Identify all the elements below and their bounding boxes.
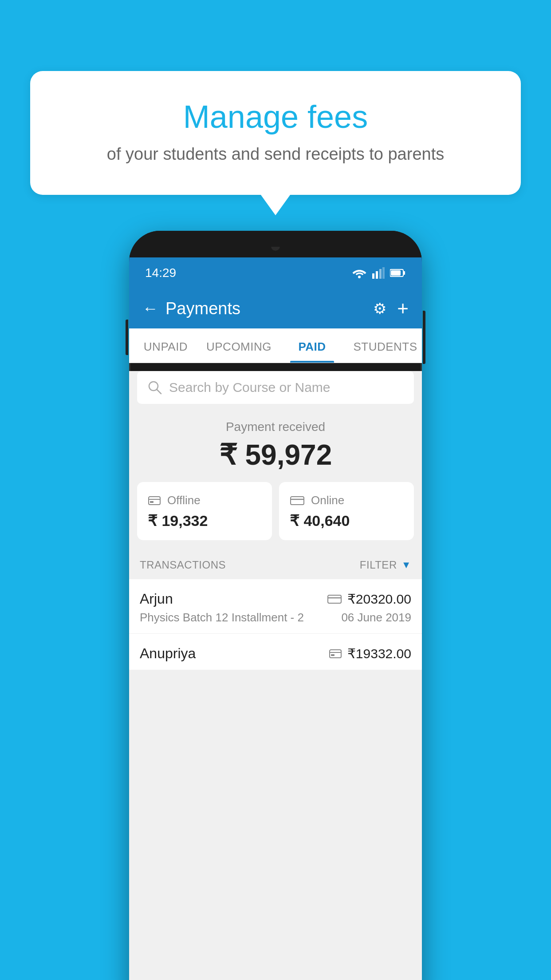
status-bar: 14:29 <box>129 257 422 288</box>
phone-top-area <box>129 231 422 257</box>
svg-line-9 <box>157 390 161 394</box>
transaction-amount-1: ₹20320.00 <box>347 591 411 607</box>
svg-point-8 <box>149 382 158 391</box>
tab-paid[interactable]: PAID <box>276 328 349 363</box>
payment-received-label: Payment received <box>129 420 422 434</box>
back-button[interactable]: ← <box>142 299 158 318</box>
online-payment-icon <box>290 495 305 506</box>
svg-rect-10 <box>149 497 160 505</box>
bubble-subtitle: of your students and send receipts to pa… <box>66 145 485 164</box>
phone-wrapper: 14:29 <box>129 231 422 980</box>
transaction-sub-1: Physics Batch 12 Installment - 2 06 June… <box>140 611 411 624</box>
payment-cards: Offline ₹ 19,332 Online ₹ <box>129 482 422 551</box>
offline-payment-card: Offline ₹ 19,332 <box>137 482 272 540</box>
search-icon <box>148 380 162 395</box>
page-title: Payments <box>165 299 240 318</box>
signal-icon <box>372 267 385 279</box>
transaction-main-2: Anupriya ₹19332.00 <box>140 645 411 662</box>
svg-rect-13 <box>291 497 304 505</box>
tab-students[interactable]: STUDENTS <box>349 328 422 363</box>
filter-label: FILTER <box>360 559 397 571</box>
transaction-amount-row-2: ₹19332.00 <box>329 646 411 661</box>
tabs-bar: UNPAID UPCOMING PAID STUDENTS <box>129 328 422 363</box>
settings-icon[interactable]: ⚙ <box>373 300 386 317</box>
transaction-name-2: Anupriya <box>140 645 196 662</box>
svg-rect-19 <box>331 654 335 656</box>
phone-side-button-left <box>126 320 128 355</box>
offline-card-header: Offline <box>148 494 261 507</box>
transactions-header: TRANSACTIONS FILTER ▼ <box>129 551 422 579</box>
status-icons <box>352 267 406 279</box>
filter-icon: ▼ <box>401 559 411 571</box>
svg-rect-2 <box>376 271 378 279</box>
app-header: ← Payments ⚙ + <box>129 288 422 328</box>
filter-button[interactable]: FILTER ▼ <box>360 559 411 571</box>
tab-unpaid[interactable]: UNPAID <box>129 328 202 363</box>
svg-rect-7 <box>391 270 401 276</box>
transaction-name-1: Arjun <box>140 591 173 607</box>
svg-rect-17 <box>330 650 341 658</box>
online-label: Online <box>311 494 344 507</box>
svg-rect-3 <box>379 269 382 279</box>
offline-payment-icon <box>148 495 161 506</box>
offline-label: Offline <box>167 494 201 507</box>
svg-rect-15 <box>328 595 341 603</box>
add-button[interactable]: + <box>397 297 409 320</box>
wifi-icon <box>352 267 367 279</box>
transaction-row-partial[interactable]: Anupriya ₹19332.00 <box>129 634 422 670</box>
online-card-header: Online <box>290 494 403 507</box>
app-content: Search by Course or Name Payment receive… <box>129 371 422 980</box>
svg-rect-12 <box>150 501 153 503</box>
transaction-date-1: 06 June 2019 <box>341 611 411 624</box>
svg-rect-6 <box>403 271 405 275</box>
header-left: ← Payments <box>142 299 240 318</box>
transaction-amount-2: ₹19332.00 <box>347 646 411 661</box>
transactions-label: TRANSACTIONS <box>140 559 226 571</box>
online-payment-card: Online ₹ 40,640 <box>279 482 414 540</box>
payment-total-amount: ₹ 59,972 <box>129 439 422 471</box>
online-amount: ₹ 40,640 <box>290 512 403 530</box>
transaction-main-1: Arjun ₹20320.00 <box>140 591 411 607</box>
speech-bubble-container: Manage fees of your students and send re… <box>30 71 521 195</box>
phone-frame: 14:29 <box>129 231 422 980</box>
svg-rect-4 <box>382 267 385 279</box>
offline-amount: ₹ 19,332 <box>148 512 261 530</box>
phone-notch <box>249 231 302 247</box>
transaction-course-1: Physics Batch 12 Installment - 2 <box>140 611 304 624</box>
search-bar[interactable]: Search by Course or Name <box>137 371 414 404</box>
bubble-title: Manage fees <box>66 98 485 136</box>
svg-point-0 <box>358 276 361 278</box>
speech-bubble: Manage fees of your students and send re… <box>30 71 521 195</box>
online-tx-icon-1 <box>327 593 342 605</box>
transaction-row[interactable]: Arjun ₹20320.00 Physics Batch 12 Install… <box>129 579 422 634</box>
offline-tx-icon-2 <box>329 648 342 660</box>
transaction-amount-row-1: ₹20320.00 <box>327 591 411 607</box>
status-time: 14:29 <box>145 266 176 280</box>
payment-summary: Payment received ₹ 59,972 <box>129 404 422 482</box>
tab-upcoming[interactable]: UPCOMING <box>202 328 276 363</box>
phone-side-button-right <box>423 311 425 364</box>
header-right: ⚙ + <box>373 297 409 320</box>
svg-rect-1 <box>372 273 374 279</box>
search-placeholder: Search by Course or Name <box>169 380 331 395</box>
battery-icon <box>390 269 406 277</box>
